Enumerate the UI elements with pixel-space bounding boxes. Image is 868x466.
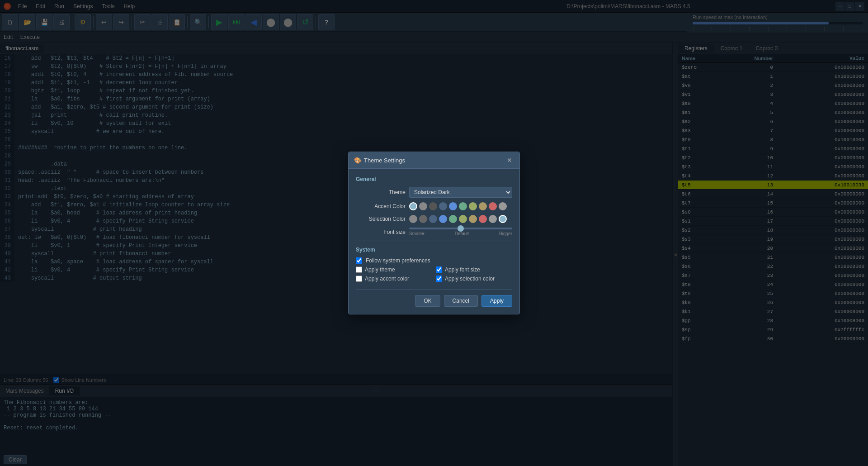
theme-select[interactable]: Solarized Dark Solarized Light Default D… <box>409 187 512 198</box>
apply-button[interactable]: Apply <box>481 295 512 307</box>
accent-swatch-1[interactable] <box>409 202 417 210</box>
apply-accent-color-label[interactable]: Apply accent color <box>365 276 409 282</box>
system-section: System Follow system preferences Apply t… <box>356 241 512 282</box>
accent-swatch-2[interactable] <box>419 202 427 210</box>
dialog-title-bar: 🎨 Theme Settings ✕ <box>349 152 519 169</box>
sel-swatch-9[interactable] <box>489 215 497 223</box>
selection-color-swatches <box>409 215 512 223</box>
accent-swatch-9[interactable] <box>489 202 497 210</box>
system-section-title: System <box>356 247 512 253</box>
apply-selection-color-label[interactable]: Apply selection color <box>445 276 495 282</box>
modal-overlay: 🎨 Theme Settings ✕ General Theme Solariz… <box>0 0 868 466</box>
apply-selection-color-item: Apply selection color <box>436 276 512 282</box>
font-slider-container: Smaller Default Bigger <box>409 228 512 236</box>
dialog-title-text: Theme Settings <box>364 157 405 164</box>
dialog-close-button[interactable]: ✕ <box>505 156 514 165</box>
sel-swatch-4[interactable] <box>439 215 447 223</box>
slider-smaller-label: Smaller <box>409 231 425 236</box>
apply-selection-color-checkbox[interactable] <box>436 276 442 282</box>
accent-swatch-5[interactable] <box>449 202 457 210</box>
font-size-slider[interactable] <box>409 228 512 229</box>
slider-bigger-label: Bigger <box>499 231 512 236</box>
apply-theme-checkbox[interactable] <box>356 266 362 273</box>
accent-swatch-3[interactable] <box>429 202 437 210</box>
accent-color-label: Accent Color <box>356 203 406 209</box>
dialog-title-icon: 🎨 <box>354 157 361 164</box>
slider-labels: Smaller Default Bigger <box>409 231 512 236</box>
accent-swatch-7[interactable] <box>469 202 477 210</box>
accent-swatch-10[interactable] <box>499 202 507 210</box>
accent-swatch-6[interactable] <box>459 202 467 210</box>
theme-settings-dialog: 🎨 Theme Settings ✕ General Theme Solariz… <box>348 152 520 314</box>
sel-swatch-3[interactable] <box>429 215 437 223</box>
follow-system-row: Follow system preferences <box>356 257 512 264</box>
apply-font-size-label[interactable]: Apply font size <box>445 266 480 273</box>
sel-swatch-6[interactable] <box>459 215 467 223</box>
font-size-label: Font size <box>356 229 406 235</box>
cancel-button[interactable]: Cancel <box>444 295 478 307</box>
sel-swatch-5[interactable] <box>449 215 457 223</box>
sel-swatch-2[interactable] <box>419 215 427 223</box>
slider-default-label: Default <box>455 231 469 236</box>
sel-swatch-1[interactable] <box>409 215 417 223</box>
selection-color-row: Selection Color <box>356 215 512 223</box>
accent-swatch-8[interactable] <box>479 202 487 210</box>
apply-accent-color-item: Apply accent color <box>356 276 432 282</box>
dialog-title: 🎨 Theme Settings <box>354 157 405 164</box>
accent-color-swatches <box>409 202 512 210</box>
apply-accent-color-checkbox[interactable] <box>356 276 362 282</box>
apply-theme-label[interactable]: Apply theme <box>365 266 395 273</box>
accent-color-row: Accent Color <box>356 202 512 210</box>
apply-font-size-item: Apply font size <box>436 266 512 273</box>
theme-row: Theme Solarized Dark Solarized Light Def… <box>356 187 512 198</box>
accent-swatch-4[interactable] <box>439 202 447 210</box>
system-checkboxes: Apply theme Apply font size Apply accent… <box>356 266 512 282</box>
sel-swatch-8[interactable] <box>479 215 487 223</box>
general-section-title: General <box>356 176 512 182</box>
selection-color-label: Selection Color <box>356 216 406 222</box>
ok-button[interactable]: OK <box>415 295 440 307</box>
sel-swatch-7[interactable] <box>469 215 477 223</box>
dialog-buttons: OK Cancel Apply <box>356 289 512 307</box>
theme-label: Theme <box>356 189 406 195</box>
sel-swatch-10[interactable] <box>499 215 507 223</box>
follow-system-label[interactable]: Follow system preferences <box>366 257 430 264</box>
font-size-row: Font size Smaller Default Bigger <box>356 228 512 236</box>
follow-system-checkbox[interactable] <box>356 257 362 264</box>
apply-font-size-checkbox[interactable] <box>436 266 442 273</box>
apply-theme-item: Apply theme <box>356 266 432 273</box>
dialog-body: General Theme Solarized Dark Solarized L… <box>349 169 519 314</box>
